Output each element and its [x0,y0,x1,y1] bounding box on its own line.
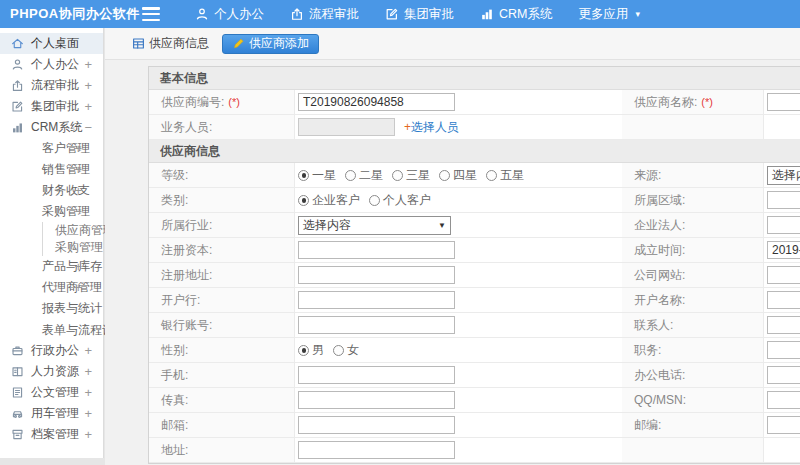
select-person-link[interactable]: 选择人员 [411,119,459,136]
radio-icon[interactable] [392,170,403,181]
text-input[interactable] [298,266,455,284]
tab-label: 供应商添加 [249,35,309,52]
sidebar-item-产品与库存[interactable]: 产品与库存+ [0,256,103,277]
radio-icon[interactable] [333,345,344,356]
sidebar-item-代理商管理[interactable]: 代理商管理+ [0,277,103,298]
text-input[interactable] [767,341,800,359]
field-label: 邮编: [622,413,764,438]
select-box[interactable]: 选择内容▼ [767,166,800,185]
radio-option[interactable]: 一星 [298,167,336,184]
text-input[interactable] [767,216,800,234]
field-cell: 男女 [295,338,622,363]
radio-option[interactable]: 企业客户 [298,192,360,209]
text-input[interactable] [767,191,800,209]
person-picker-input[interactable] [298,118,395,136]
sidebar-item-采购管理[interactable]: 采购管理− [0,201,103,222]
sidebar-item-CRM系统[interactable]: CRM系统− [0,117,103,138]
text-input[interactable] [298,93,455,111]
text-input[interactable] [767,241,800,259]
nav-item-CRM系统[interactable]: CRM系统 [467,0,565,28]
text-input[interactable] [298,366,455,384]
label-text: 所属行业: [161,217,212,234]
table-icon [132,37,145,50]
nav-item-个人办公[interactable]: 个人办公 [182,0,277,28]
sidebar-item-用车管理[interactable]: 用车管理+ [0,403,103,424]
nav-item-流程审批[interactable]: 流程审批 [277,0,372,28]
form-row: 手机:办公电话: [149,363,800,388]
label-text: 传真: [161,392,188,409]
field-cell [764,90,800,115]
expand-plus-icon: + [84,361,92,382]
field-label: 地址: [149,438,295,463]
select-box[interactable]: 选择内容▼ [298,216,451,235]
radio-icon[interactable] [345,170,356,181]
required-marker: (*) [228,96,240,108]
top-navbar: PHPOA协同办公软件 个人办公流程审批集团审批CRM系统更多应用▾ [0,0,800,28]
text-input[interactable] [298,316,455,334]
field-label: 邮箱: [149,413,295,438]
text-input[interactable] [767,416,800,434]
radio-option[interactable]: 个人客户 [369,192,431,209]
sidebar-item-公文管理[interactable]: 公文管理+ [0,382,103,403]
radio-option[interactable]: 男 [298,342,324,359]
field-label: 手机: [149,363,295,388]
sidebar-item-label: 销售管理 [42,162,90,176]
radio-option[interactable]: 三星 [392,167,430,184]
radio-icon[interactable] [486,170,497,181]
radio-option[interactable]: 五星 [486,167,524,184]
sidebar-item-财务收支[interactable]: 财务收支+ [0,180,103,201]
radio-icon[interactable] [369,195,380,206]
sidebar-item-流程审批[interactable]: 流程审批+ [0,75,103,96]
field-label: 成立时间: [622,238,764,263]
text-input[interactable] [767,316,800,334]
text-input[interactable] [298,441,455,459]
sidebar-item-个人办公[interactable]: 个人办公+ [0,54,103,75]
sidebar-item-供应商管理[interactable]: 供应商管理 [42,222,103,239]
label-text: 开户名称: [634,292,685,309]
sidebar-item-采购管理[interactable]: 采购管理 [42,239,103,256]
sidebar-item-个人桌面[interactable]: 个人桌面 [0,33,103,54]
text-input[interactable] [767,266,800,284]
label-text: 供应商编号: [161,94,224,111]
sidebar-item-label: 个人办公 [31,57,79,71]
sidebar-item-label: 财务收支 [42,183,90,197]
hamburger-menu-icon[interactable] [142,7,160,21]
expand-plus-icon: + [84,382,92,403]
expand-plus-icon: + [84,340,92,361]
radio-checked-icon[interactable] [298,345,309,356]
radio-checked-icon[interactable] [298,195,309,206]
tab-供应商信息[interactable]: 供应商信息 [132,35,209,52]
nav-item-更多应用[interactable]: 更多应用▾ [565,0,653,28]
main-content: 供应商信息供应商添加 基本信息供应商编号:(*)供应商名称:(*)业务人员:+选… [105,28,800,465]
sidebar-item-报表与统计[interactable]: 报表与统计 [0,298,103,319]
text-input[interactable] [767,93,800,111]
text-input[interactable] [767,366,800,384]
radio-option[interactable]: 二星 [345,167,383,184]
sidebar-item-人力资源[interactable]: 人力资源+ [0,361,103,382]
plus-icon: + [404,120,411,134]
nav-item-集团审批[interactable]: 集团审批 [372,0,467,28]
sidebar-item-表单与流程设置[interactable]: 表单与流程设置+ [0,319,103,340]
sidebar-item-客户管理[interactable]: 客户管理+ [0,138,103,159]
radio-icon[interactable] [439,170,450,181]
sidebar-item-行政办公[interactable]: 行政办公+ [0,340,103,361]
field-cell [764,363,800,388]
tab-供应商添加[interactable]: 供应商添加 [222,34,319,54]
sidebar-item-集团审批[interactable]: 集团审批+ [0,96,103,117]
field-label: 来源: [622,163,764,188]
text-input[interactable] [298,416,455,434]
text-input[interactable] [767,391,800,409]
field-label: 联系人: [622,313,764,338]
radio-option[interactable]: 四星 [439,167,477,184]
sidebar-item-销售管理[interactable]: 销售管理+ [0,159,103,180]
expand-plus-icon: + [74,138,82,159]
label-text: 供应商名称: [634,94,697,111]
radio-option[interactable]: 女 [333,342,359,359]
text-input[interactable] [298,241,455,259]
text-input[interactable] [767,291,800,309]
field-cell: 一星二星三星四星五星 [295,163,622,188]
radio-checked-icon[interactable] [298,170,309,181]
text-input[interactable] [298,391,455,409]
text-input[interactable] [298,291,455,309]
sidebar-item-档案管理[interactable]: 档案管理+ [0,424,103,445]
